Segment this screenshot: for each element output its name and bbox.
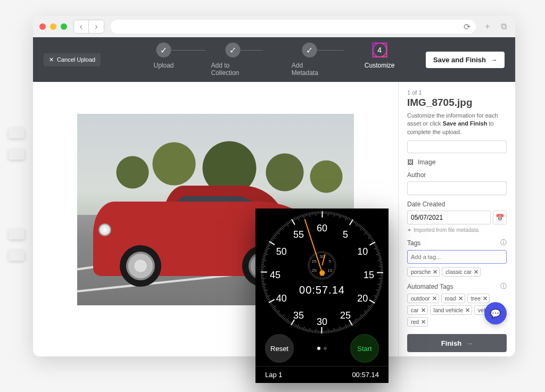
close-window-icon[interactable] [39,23,46,30]
image-type-row: 🖼 Image [407,159,507,166]
tags-label: Tags ⓘ [407,238,507,247]
tag-chip[interactable]: road ✕ [441,294,465,303]
chat-icon: 💬 [490,308,501,319]
tag-chip[interactable]: land vehicle ✕ [430,305,472,315]
traffic-lights [39,23,67,30]
date-created-label: Date Created [407,201,507,208]
tags-input[interactable] [407,250,507,264]
author-label: Author [407,171,507,179]
remove-tag-icon[interactable]: ✕ [433,269,437,275]
nav-buttons: ‹ › [73,20,104,34]
remove-tag-icon[interactable]: ✕ [421,307,426,313]
browser-actions: + ⧉ [482,22,509,31]
author-input[interactable] [407,181,507,195]
automated-tags-label: Automated Tags ⓘ [407,282,507,291]
stopwatch-dial: 60510152025303540455055 30510152025 00:5… [261,214,383,331]
forward-button[interactable]: › [89,20,104,33]
image-icon: 🖼 [407,159,414,166]
image-type-label: Image [418,159,435,166]
arrow-right-icon: → [490,56,497,64]
lap-label: Lap 1 [265,371,283,379]
new-tab-icon[interactable]: + [482,22,493,31]
remove-tag-icon[interactable]: ✕ [465,307,470,313]
tag-chip[interactable]: outdoor ✕ [407,294,439,303]
lap-time: 00:57.14 [352,371,379,379]
back-button[interactable]: ‹ [74,20,89,33]
lap-row: Lap 1 00:57.14 [255,366,389,383]
step-label: Customize [365,62,395,69]
reset-button[interactable]: Reset [265,334,294,363]
step-add-metadata[interactable]: ✓ Add Metadata [292,43,327,77]
arrow-right-icon: → [466,339,473,347]
chat-fab[interactable]: 💬 [484,302,507,324]
calendar-button[interactable]: 📅 [493,211,507,224]
cancel-upload-label: Cancel Upload [57,56,95,63]
step-add-collection[interactable]: ✓ Add to Collection [211,43,254,77]
maximize-window-icon[interactable] [61,23,67,30]
stopwatch-window: 60510152025303540455055 30510152025 00:5… [255,208,389,383]
remove-tag-icon[interactable]: ✕ [432,295,437,302]
page-dots[interactable] [317,347,327,350]
elapsed-time: 00:57.14 [299,284,345,296]
minimize-window-icon[interactable] [50,23,56,30]
remove-tag-icon[interactable]: ✕ [421,319,426,325]
reload-icon[interactable]: ⟳ [464,22,470,32]
description-input[interactable] [407,140,507,153]
start-button[interactable]: Start [350,334,379,363]
tag-chip[interactable]: car ✕ [407,305,428,315]
filename: IMG_8705.jpg [407,97,507,109]
tags-list: porsche ✕classic car ✕ [407,267,507,277]
tag-chip[interactable]: red ✕ [407,317,428,327]
step-label: Upload [154,62,174,69]
help-text: Customize the information for each asset… [407,112,507,136]
step-customize[interactable]: 4 Customize [365,43,395,77]
step-active-icon: 4 [372,43,387,57]
step-label: Add to Collection [211,62,254,77]
asset-counter: 1 of 1 [407,89,507,96]
info-icon[interactable]: ⓘ [500,282,507,291]
save-and-finish-button[interactable]: Save and Finish → [426,52,505,68]
step-upload[interactable]: ✓ Upload [154,43,174,77]
url-bar[interactable]: ⟳ [111,20,476,34]
browser-chrome: ‹ › ⟳ + ⧉ [33,16,515,37]
info-icon[interactable]: ⓘ [500,238,507,247]
app-header: ✕ Cancel Upload ✓ Upload ✓ Add to Collec… [33,37,515,82]
tabs-icon[interactable]: ⧉ [498,22,509,31]
date-created-input[interactable] [407,211,491,224]
tag-chip[interactable]: porsche ✕ [407,267,440,277]
remove-tag-icon[interactable]: ✕ [458,295,463,302]
save-finish-label: Save and Finish [433,56,486,64]
tag-chip[interactable]: tree ✕ [467,294,490,303]
finish-button[interactable]: Finish → [407,334,507,352]
tag-chip[interactable]: classic car ✕ [442,267,481,277]
remove-tag-icon[interactable]: ✕ [474,269,478,275]
remove-tag-icon[interactable]: ✕ [483,295,488,302]
stopwatch-controls: Reset Start [255,331,389,366]
finish-label: Finish [441,339,461,347]
stepper: ✓ Upload ✓ Add to Collection ✓ Add Metad… [154,43,395,77]
metadata-hint: ✦ Imported from file metadata [407,227,507,233]
step-label: Add Metadata [292,62,327,77]
cancel-upload-button[interactable]: ✕ Cancel Upload [44,53,101,66]
wand-icon: ✦ [407,227,411,233]
close-icon: ✕ [49,56,54,63]
calendar-icon: 📅 [496,214,505,222]
